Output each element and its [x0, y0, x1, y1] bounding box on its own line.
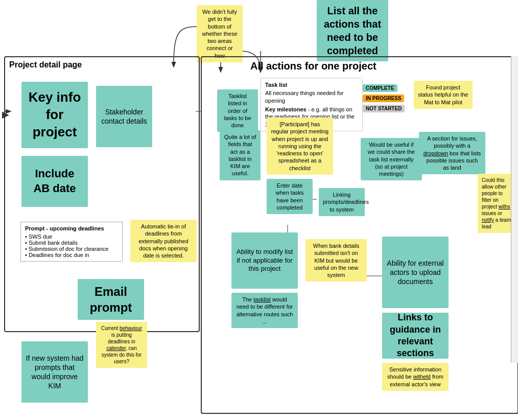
canvas: defs We didn't fully get to the bottom o…: [0, 0, 518, 420]
tasklist-listed-note: Tasklist listed in order of tasks to be …: [217, 89, 258, 132]
enter-date-note: Enter date when tasks have been complete…: [267, 179, 313, 214]
when-bank-note: When bank details submitted isn't on KIM…: [305, 239, 367, 282]
all-actions-title: All actions for one project: [250, 60, 376, 72]
tasklist-would-note: The tasklist would need to be different …: [231, 293, 298, 328]
stakeholder-note: Stakeholder contact details: [96, 86, 152, 147]
tasklist-title: Task list: [265, 81, 358, 88]
linking-prompts-note: Linking prompts/deadlines to system: [319, 188, 365, 216]
right-panel-scrollbar[interactable]: [511, 56, 518, 363]
prompt-box: Prompt - upcoming deadlines • SWS due • …: [20, 222, 123, 262]
top-yellow-note: We didn't fully get to the bottom of whe…: [197, 5, 243, 62]
tasklist-body: All necessary things needed for opening: [265, 89, 358, 104]
left-arrow-icon: ▶: [2, 109, 9, 120]
section-issues-note: A section for issues, possibly with a dr…: [419, 132, 485, 174]
top-green-header: List all the actions that need to be com…: [317, 0, 388, 61]
badge-not-started: NOT STARTED: [363, 105, 405, 112]
ability-modify-note: Ability to modify list if not applicable…: [231, 232, 298, 289]
email-prompt-note: Email prompt: [78, 279, 144, 320]
ability-external-note: Ability for external actors to upload do…: [382, 237, 449, 308]
participant-note: [Participant] has regular project meetin…: [267, 118, 333, 175]
badge-not-started-container: NOT STARTED: [363, 105, 405, 112]
badge-complete: COMPLETE: [363, 84, 397, 92]
links-guidance-note: Links to guidance in relevant sections: [382, 313, 449, 359]
project-detail-title: Project detail page: [9, 60, 82, 69]
include-ab-note: Include AB date: [21, 156, 88, 207]
key-info-note: Key info for project: [21, 82, 88, 148]
prompt-items: • SWS due • Submit bank details • Submis…: [25, 234, 118, 258]
badge-in-progress: IN PROGRESS: [363, 95, 404, 102]
badge-in-progress-container: IN PROGRESS: [363, 95, 404, 102]
automatic-tiein-note: Automatic tie-in of deadlines from exter…: [130, 220, 197, 262]
if-new-system-note: If new system had prompts that would imp…: [21, 341, 88, 403]
current-behaviour-note: Current behaviour is putting deadlines i…: [96, 322, 147, 368]
quite-a-lot-note: Quite a lot of fields that act as a task…: [220, 130, 261, 180]
sensitive-note: Sensitive information should be witheld …: [382, 363, 449, 391]
would-useful-share-note: Would be useful if we could share the ta…: [361, 138, 422, 180]
prompt-title: Prompt - upcoming deadlines: [25, 225, 118, 231]
badge-complete-container: COMPLETE: [363, 84, 397, 92]
found-project-note: Found project status helpful on the Mat …: [414, 81, 473, 109]
